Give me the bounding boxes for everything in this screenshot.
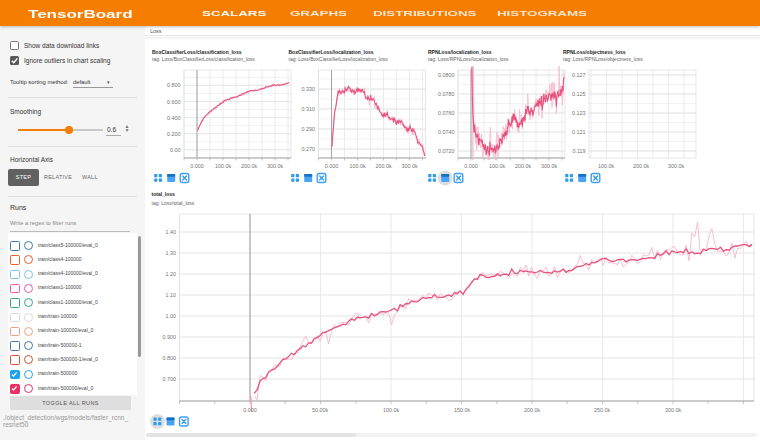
svg-text:1.40: 1.40: [166, 229, 177, 235]
svg-text:0.000: 0.000: [464, 163, 478, 169]
svg-text:100.0k: 100.0k: [349, 163, 365, 169]
svg-text:0.000: 0.000: [243, 407, 257, 413]
svg-text:0.000: 0.000: [190, 163, 204, 169]
svg-text:300.0k: 300.0k: [668, 163, 684, 169]
svg-text:100.0k: 100.0k: [383, 407, 399, 413]
svg-text:0.121: 0.121: [572, 129, 586, 135]
svg-text:200.0k: 200.0k: [375, 163, 391, 169]
svg-text:100.0k: 100.0k: [489, 163, 505, 169]
svg-text:0.119: 0.119: [572, 148, 585, 154]
svg-text:0.900: 0.900: [163, 334, 177, 340]
svg-text:tag: Loss/RPNLoss/localization: tag: Loss/RPNLoss/localization_loss: [428, 56, 509, 62]
svg-text:BoxClassifierLoss/localization: BoxClassifierLoss/localization_loss: [289, 49, 374, 55]
svg-text:300.0k: 300.0k: [401, 163, 417, 169]
svg-text:200.0k: 200.0k: [241, 163, 257, 169]
svg-text:100.0k: 100.0k: [215, 163, 231, 169]
svg-text:total_loss: total_loss: [152, 191, 176, 197]
svg-text:tag: Loss/BoxClassifierLoss/lo: tag: Loss/BoxClassifierLoss/localization…: [289, 56, 389, 62]
svg-text:0.400: 0.400: [167, 115, 181, 121]
svg-text:tag: Loss/BoxClassifierLoss/cl: tag: Loss/BoxClassifierLoss/classificati…: [152, 56, 255, 62]
svg-text:0.0800: 0.0800: [438, 72, 455, 78]
svg-text:0.00: 0.00: [170, 147, 181, 153]
svg-text:50.00k: 50.00k: [312, 407, 328, 413]
svg-text:200.0k: 200.0k: [633, 163, 649, 169]
svg-text:1.10: 1.10: [166, 292, 177, 298]
svg-text:0.125: 0.125: [572, 91, 586, 97]
svg-text:0.0720: 0.0720: [438, 148, 455, 154]
svg-text:0.800: 0.800: [163, 355, 177, 361]
svg-text:150.0k: 150.0k: [454, 407, 470, 413]
svg-text:BoxClassifierLoss/classificati: BoxClassifierLoss/classification_loss: [152, 49, 242, 55]
svg-text:tag: Loss/total_loss: tag: Loss/total_loss: [152, 200, 195, 206]
svg-text:0.000: 0.000: [325, 163, 339, 169]
svg-text:200.0k: 200.0k: [515, 163, 531, 169]
svg-text:0.800: 0.800: [167, 82, 181, 88]
svg-text:300.0k: 300.0k: [541, 163, 557, 169]
svg-text:0.600: 0.600: [167, 99, 181, 105]
svg-text:0.200: 0.200: [167, 131, 181, 137]
svg-text:0.123: 0.123: [572, 110, 586, 116]
svg-text:1.20: 1.20: [166, 271, 177, 277]
svg-text:0.700: 0.700: [163, 376, 177, 382]
svg-text:0.127: 0.127: [572, 72, 586, 78]
svg-text:100.0k: 100.0k: [598, 163, 614, 169]
svg-text:RPNLoss/localization_loss: RPNLoss/localization_loss: [428, 49, 492, 55]
svg-text:0.330: 0.330: [302, 86, 316, 92]
svg-text:1.00: 1.00: [166, 313, 177, 319]
svg-text:0.0780: 0.0780: [438, 91, 455, 97]
svg-text:0.270: 0.270: [302, 146, 316, 152]
svg-text:0.0740: 0.0740: [438, 129, 455, 135]
svg-text:0.0760: 0.0760: [438, 110, 455, 116]
svg-text:0.290: 0.290: [302, 126, 316, 132]
svg-text:200.0k: 200.0k: [524, 407, 540, 413]
svg-text:300.0k: 300.0k: [665, 407, 681, 413]
svg-text:300.0k: 300.0k: [267, 163, 283, 169]
svg-text:1.30: 1.30: [166, 250, 177, 256]
svg-text:tag: Loss/RPNLoss/objectness_l: tag: Loss/RPNLoss/objectness_loss: [563, 56, 643, 62]
svg-text:250.0k: 250.0k: [594, 407, 610, 413]
svg-text:RPNLoss/objectness_loss: RPNLoss/objectness_loss: [563, 49, 626, 55]
svg-text:0.310: 0.310: [302, 106, 316, 112]
